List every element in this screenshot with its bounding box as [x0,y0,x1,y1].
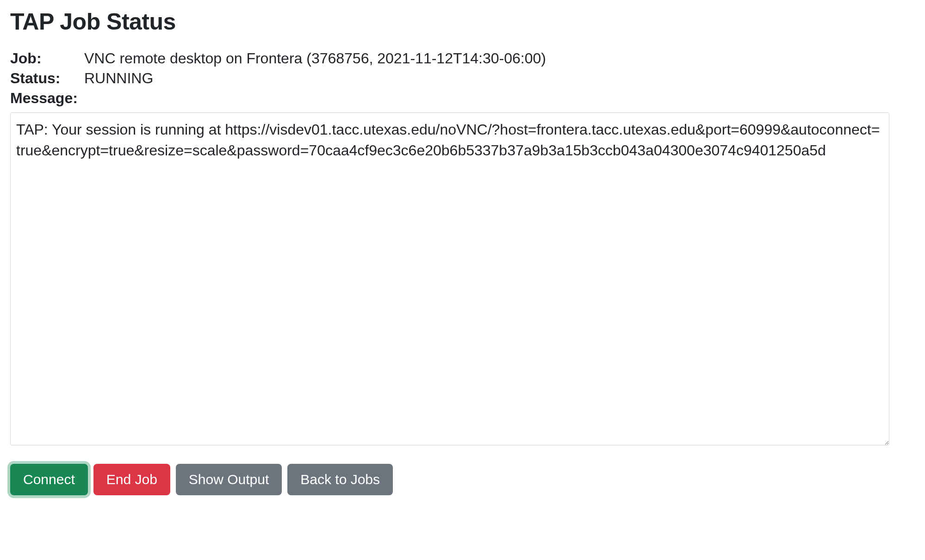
show-output-button[interactable]: Show Output [176,464,282,495]
end-job-button[interactable]: End Job [93,464,170,495]
page-title: TAP Job Status [10,8,915,35]
job-row: Job: VNC remote desktop on Frontera (376… [10,50,915,67]
status-label: Status: [10,70,84,87]
message-row: Message: [10,90,915,107]
action-button-row: Connect End Job Show Output Back to Jobs [10,464,915,495]
status-value: RUNNING [84,70,153,87]
job-info-table: Job: VNC remote desktop on Frontera (376… [10,50,915,107]
job-label: Job: [10,50,84,67]
connect-button[interactable]: Connect [10,464,88,495]
job-value: VNC remote desktop on Frontera (3768756,… [84,50,546,67]
message-label: Message: [10,90,84,107]
status-row: Status: RUNNING [10,70,915,87]
message-textarea[interactable] [10,112,889,445]
back-to-jobs-button[interactable]: Back to Jobs [287,464,393,495]
